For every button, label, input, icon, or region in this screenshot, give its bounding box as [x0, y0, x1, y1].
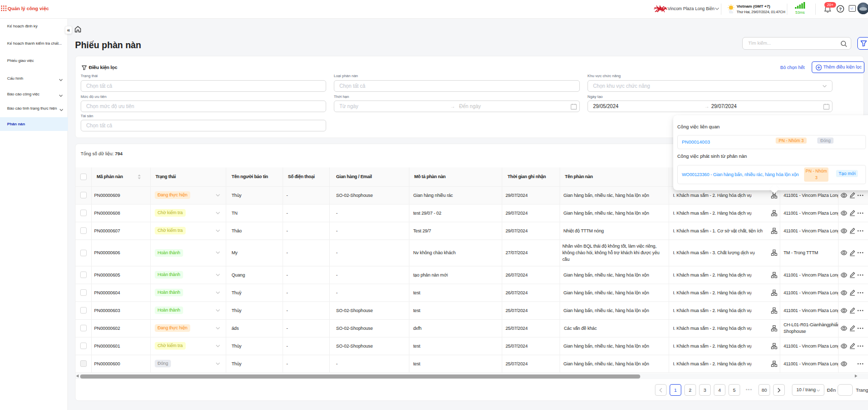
- svg-text:?: ?: [839, 7, 842, 12]
